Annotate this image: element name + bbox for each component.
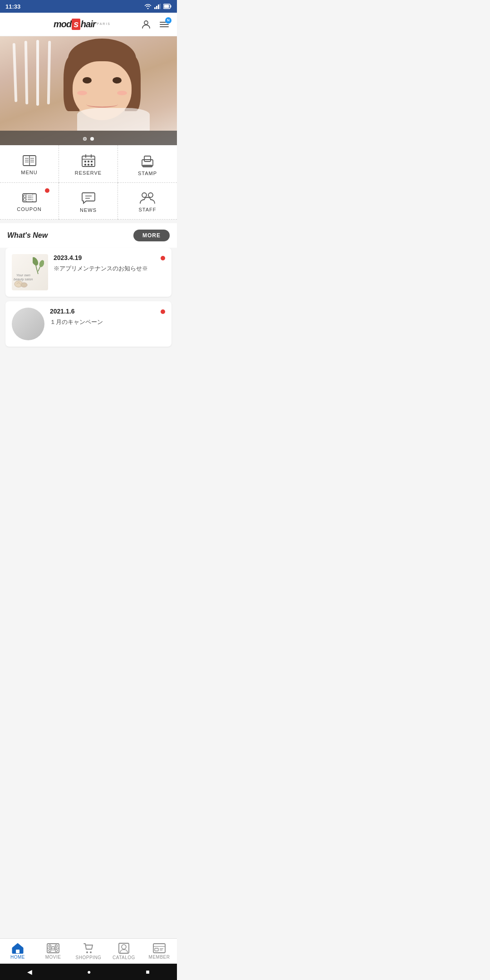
- eye-left: [83, 77, 92, 83]
- svg-point-45: [33, 257, 39, 267]
- reserve-button[interactable]: RESERVE: [59, 145, 118, 183]
- stamp-icon: [141, 153, 154, 168]
- news-thumb-1: Your ownbeauty salon: [12, 254, 48, 290]
- menu-label: MENU: [21, 170, 37, 175]
- news-item-1[interactable]: Your ownbeauty salon 2023.4.19 ※アプリメンテナン…: [5, 248, 172, 297]
- news-button[interactable]: NEWS: [59, 183, 118, 220]
- book-icon: [22, 154, 37, 167]
- svg-point-43: [142, 193, 147, 197]
- news-content-2: 2021.1.6 １月のキャンペーン: [50, 308, 155, 327]
- unread-dot-2: [161, 309, 165, 314]
- svg-point-44: [148, 193, 153, 197]
- clothing: [77, 108, 150, 131]
- chair-slat-3: [36, 40, 39, 106]
- svg-point-7: [144, 21, 148, 24]
- thumb-text-1: Your ownbeauty salon: [14, 273, 33, 282]
- slide-indicators: [83, 137, 94, 141]
- menu-button[interactable]: N: [159, 19, 170, 30]
- stamp-button[interactable]: STAMP: [118, 145, 177, 183]
- coupon-button[interactable]: COUPON: [0, 183, 59, 220]
- stamp-label: STAMP: [138, 171, 157, 176]
- coupon-label: COUPON: [17, 206, 41, 212]
- news-content-1: 2023.4.19 ※アプリメンテナンスのお知らせ※: [54, 254, 155, 273]
- grid-menu: MENU RESERVE: [0, 145, 177, 220]
- news-item-2[interactable]: 2021.1.6 １月のキャンペーン: [5, 301, 172, 347]
- more-button[interactable]: MORE: [133, 230, 170, 241]
- svg-rect-3: [160, 4, 161, 9]
- person-icon: [141, 19, 152, 30]
- menu-button[interactable]: MENU: [0, 145, 59, 183]
- battery-icon: [163, 4, 172, 9]
- svg-rect-27: [88, 164, 89, 166]
- hero-dots-band: [0, 131, 177, 145]
- svg-rect-30: [144, 156, 151, 162]
- notification-badge: N: [165, 17, 172, 24]
- staff-button[interactable]: STAFF: [118, 183, 177, 220]
- signal-icon: [154, 4, 161, 9]
- svg-rect-5: [171, 5, 172, 8]
- coupon-icon: [22, 192, 37, 204]
- news-text-2: １月のキャンペーン: [50, 318, 155, 327]
- status-time: 11:33: [5, 3, 144, 10]
- eye-right: [113, 77, 122, 83]
- header-actions: N: [141, 19, 170, 30]
- status-icons: [144, 4, 172, 9]
- logo-hair: hair: [81, 19, 96, 29]
- svg-rect-24: [88, 161, 89, 162]
- slide-dot-2[interactable]: [90, 137, 94, 141]
- svg-rect-0: [154, 7, 156, 9]
- hero-banner: [0, 36, 177, 145]
- staff-icon: [140, 191, 155, 204]
- app-logo: modshair PARIS: [54, 19, 111, 30]
- news-date-1: 2023.4.19: [54, 254, 155, 261]
- plant-decor: [33, 257, 44, 275]
- profile-button[interactable]: [141, 19, 152, 30]
- news-date-2: 2021.1.6: [50, 308, 155, 315]
- app-header: modshair PARIS N: [0, 13, 177, 36]
- whats-new-title: What's New: [7, 231, 48, 240]
- whats-new-section: What's New MORE: [0, 223, 177, 248]
- logo-mod: mod: [54, 19, 71, 29]
- svg-rect-1: [156, 6, 157, 9]
- chat-icon: [82, 191, 95, 205]
- calendar-icon: [81, 154, 96, 167]
- svg-rect-26: [84, 164, 86, 166]
- logo-paris: PARIS: [97, 22, 111, 25]
- blush-left: [77, 91, 87, 95]
- svg-rect-6: [164, 5, 169, 8]
- slide-dot-1[interactable]: [83, 137, 87, 141]
- svg-rect-2: [158, 5, 159, 9]
- mouth: [86, 101, 118, 108]
- svg-point-46: [39, 260, 44, 268]
- news-list: Your ownbeauty salon 2023.4.19 ※アプリメンテナン…: [0, 248, 177, 350]
- svg-rect-25: [91, 161, 93, 162]
- reserve-label: RESERVE: [75, 170, 102, 176]
- news-thumb-2: [12, 308, 44, 340]
- news-label: NEWS: [80, 207, 97, 213]
- staff-label: STAFF: [138, 207, 156, 212]
- svg-rect-36: [24, 195, 26, 197]
- blush-right: [117, 91, 127, 95]
- logo-s: s: [72, 19, 80, 30]
- status-bar: 11:33: [0, 0, 177, 13]
- wifi-icon: [144, 4, 152, 9]
- svg-rect-28: [91, 164, 93, 166]
- svg-point-48: [21, 283, 27, 287]
- svg-rect-37: [24, 198, 26, 201]
- news-text-1: ※アプリメンテナンスのお知らせ※: [54, 264, 155, 273]
- svg-rect-23: [84, 161, 86, 162]
- coupon-badge: [45, 188, 49, 193]
- unread-dot-1: [161, 256, 165, 260]
